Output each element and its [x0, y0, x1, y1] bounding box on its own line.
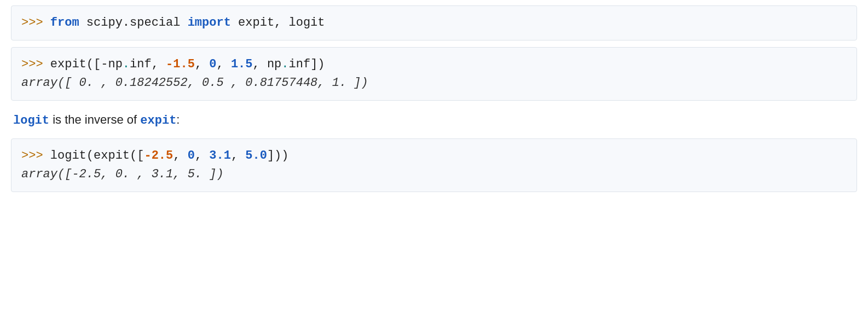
- code-part: ,: [216, 57, 230, 71]
- code-line-line4a: >>> logit(expit([-2.5, 0, 3.1, 5.0])): [21, 147, 847, 165]
- prose-part: expit: [140, 114, 176, 128]
- code-part: from: [50, 16, 79, 30]
- code-part: >>>: [21, 149, 50, 163]
- code-part: ,: [152, 57, 166, 71]
- code-part: expit, logit: [231, 16, 325, 30]
- code-part: 3.1: [209, 149, 231, 163]
- code-part: , np: [253, 57, 282, 71]
- code-part: >>>: [21, 16, 50, 30]
- code-part: ,: [195, 57, 209, 71]
- code-part: 5.0: [245, 149, 267, 163]
- code-part: array([ 0. , 0.18242552, 0.5 , 0.8175744…: [21, 76, 368, 90]
- code-part: scipy.special: [79, 16, 188, 30]
- code-part: import: [188, 16, 231, 30]
- code-part: 1.5: [231, 57, 253, 71]
- code-part: ,: [173, 149, 187, 163]
- code-part: >>>: [21, 57, 50, 71]
- prose-part: is the inverse of: [49, 113, 140, 126]
- page-container: >>> from scipy.special import expit, log…: [11, 5, 857, 192]
- code-part: inf: [130, 57, 152, 71]
- code-part: -np: [101, 57, 123, 71]
- code-part: .: [281, 57, 288, 71]
- code-part: inf: [289, 57, 311, 71]
- code-line-line4b: array([-2.5, 0. , 3.1, 5. ]): [21, 165, 847, 184]
- code-part: ]): [310, 57, 325, 71]
- code-part: -2.5: [144, 149, 173, 163]
- code-part: 0: [188, 149, 195, 163]
- code-part: logit(expit([: [50, 149, 144, 163]
- code-part: ,: [231, 149, 245, 163]
- code-line-line2a: >>> expit([-np.inf, -1.5, 0, 1.5, np.inf…: [21, 55, 847, 74]
- code-line-line1: >>> from scipy.special import expit, log…: [21, 14, 847, 32]
- prose-block-block3: logit is the inverse of expit:: [11, 107, 857, 133]
- code-cell-block4: >>> logit(expit([-2.5, 0, 3.1, 5.0]))arr…: [11, 138, 857, 192]
- code-line-line2b: array([ 0. , 0.18242552, 0.5 , 0.8175744…: [21, 74, 847, 92]
- code-part: expit([: [50, 57, 101, 71]
- code-part: ])): [267, 149, 289, 163]
- code-part: ,: [195, 149, 209, 163]
- code-cell-block2: >>> expit([-np.inf, -1.5, 0, 1.5, np.inf…: [11, 47, 857, 101]
- code-part: -1.5: [166, 57, 195, 71]
- code-part: array([-2.5, 0. , 3.1, 5. ]): [21, 167, 224, 181]
- prose-part: logit: [13, 114, 49, 128]
- code-part: .: [123, 57, 130, 71]
- prose-part: :: [176, 113, 180, 126]
- code-part: 0: [209, 57, 216, 71]
- code-cell-block1: >>> from scipy.special import expit, log…: [11, 5, 857, 40]
